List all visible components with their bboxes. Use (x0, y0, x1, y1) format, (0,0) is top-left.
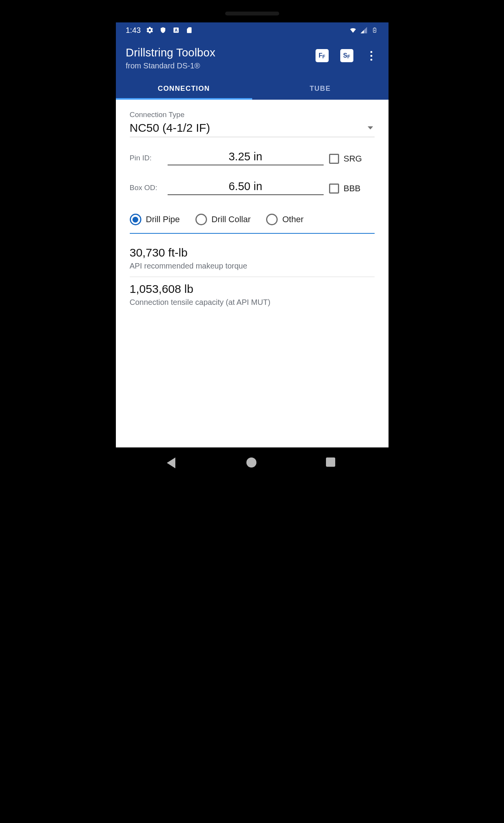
srg-label: SRG (344, 154, 362, 164)
bbb-checkbox[interactable]: BBB (329, 184, 375, 195)
radio-label: Drill Collar (212, 214, 251, 224)
app-actions: FF SF (315, 49, 378, 63)
radio-label: Other (282, 214, 304, 224)
box-od-label: Box OD: (130, 184, 162, 195)
checkbox-box-icon (329, 184, 339, 194)
connection-type-label: Connection Type (130, 111, 375, 119)
cell-signal-icon (360, 26, 368, 34)
device-frame: 1:43 A (87, 12, 418, 490)
svg-rect-3 (374, 28, 375, 29)
radio-button-icon (266, 214, 278, 225)
connection-type-value: NC50 (4-1/2 IF) (130, 121, 210, 134)
tab-label: CONNECTION (158, 85, 210, 93)
nav-back-button[interactable] (167, 457, 178, 469)
connection-type-dropdown[interactable]: NC50 (4-1/2 IF) (130, 121, 375, 137)
svg-text:A: A (175, 28, 178, 32)
sd-card-icon (185, 26, 193, 34)
chevron-down-icon (368, 126, 373, 129)
result-desc: Connection tensile capacity (at API MUT) (130, 298, 375, 307)
bbb-label: BBB (344, 184, 361, 194)
result-makeup-torque: 30,730 ft-lb API recommended makeup torq… (130, 241, 375, 277)
status-right (349, 26, 378, 34)
radio-drill-collar[interactable]: Drill Collar (195, 214, 251, 225)
pin-id-label: Pin ID: (130, 154, 162, 165)
battery-charging-icon (371, 26, 378, 34)
back-triangle-icon (167, 457, 175, 468)
result-tensile-capacity: 1,053,608 lb Connection tensile capacity… (130, 277, 375, 313)
wifi-icon (349, 26, 357, 34)
font-box-icon: A (172, 26, 180, 34)
ff-button[interactable]: FF (315, 49, 329, 63)
pin-id-input[interactable]: 3.25 in (168, 150, 324, 165)
home-circle-icon (246, 457, 256, 468)
radio-button-icon (195, 214, 207, 225)
result-value: 1,053,608 lb (130, 282, 375, 296)
checkbox-box-icon (329, 154, 339, 164)
gear-icon (146, 26, 154, 34)
app-title: Drillstring Toolbox (126, 46, 216, 59)
status-left: 1:43 A (126, 26, 193, 35)
result-value: 30,730 ft-lb (130, 246, 375, 259)
sf-icon: SF (340, 49, 353, 62)
overflow-menu-button[interactable] (365, 49, 378, 63)
tab-bar: CONNECTION TUBE (116, 77, 389, 100)
tab-tube[interactable]: TUBE (252, 77, 389, 100)
srg-checkbox[interactable]: SRG (329, 154, 375, 165)
nav-home-button[interactable] (246, 457, 258, 469)
content-area: Connection Type NC50 (4-1/2 IF) Pin ID: … (116, 100, 389, 447)
radio-button-icon (130, 214, 141, 225)
sf-button[interactable]: SF (340, 49, 354, 63)
screen: 1:43 A (116, 22, 389, 447)
shield-icon (159, 26, 167, 34)
phone-speaker (225, 12, 279, 15)
box-od-row: Box OD: 6.50 in BBB (130, 180, 375, 195)
radio-other[interactable]: Other (266, 214, 304, 225)
box-od-input[interactable]: 6.50 in (168, 180, 324, 195)
pipe-type-radio-group: Drill Pipe Drill Collar Other (130, 210, 375, 234)
app-subtitle: from Standard DS-1® (126, 61, 216, 70)
tab-label: TUBE (310, 85, 331, 93)
app-bar: Drillstring Toolbox from Standard DS-1® … (116, 38, 389, 77)
status-time: 1:43 (126, 26, 141, 35)
recent-square-icon (326, 457, 335, 467)
nav-recent-button[interactable] (326, 457, 338, 469)
radio-drill-pipe[interactable]: Drill Pipe (130, 214, 180, 225)
system-nav-bar (87, 447, 418, 474)
result-desc: API recommended makeup torque (130, 262, 375, 270)
connection-type-field: Connection Type NC50 (4-1/2 IF) (130, 111, 375, 137)
tab-connection[interactable]: CONNECTION (116, 77, 252, 100)
radio-label: Drill Pipe (146, 214, 180, 224)
app-titles: Drillstring Toolbox from Standard DS-1® (126, 46, 216, 70)
ff-icon: FF (316, 49, 329, 62)
pin-id-row: Pin ID: 3.25 in SRG (130, 150, 375, 165)
more-vert-icon (370, 51, 372, 61)
status-bar: 1:43 A (116, 22, 389, 38)
